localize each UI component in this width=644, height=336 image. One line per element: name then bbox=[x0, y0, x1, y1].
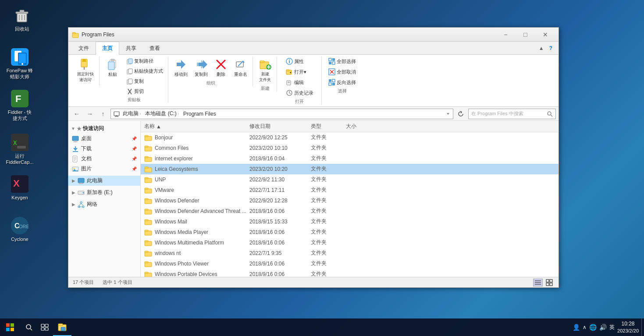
file-list[interactable]: 名称 ▲ 修改日期 类型 大小 bbox=[141, 121, 559, 277]
file-date: 2018/9/16 0:06 bbox=[249, 271, 311, 277]
copy-btn[interactable]: 复制 bbox=[125, 77, 165, 86]
col-name-header[interactable]: 名称 ▲ bbox=[144, 123, 249, 130]
file-date: 2018/9/15 15:33 bbox=[249, 219, 311, 225]
move-to-btn[interactable]: 移动到 bbox=[172, 57, 190, 79]
file-row[interactable]: Windows Defender Advanced Threat ... 201… bbox=[141, 206, 559, 216]
taskbar-task-view[interactable] bbox=[36, 318, 53, 336]
search-box[interactable]: 在 Program Files 中搜索 bbox=[468, 109, 556, 119]
col-size-header[interactable]: 大小 bbox=[346, 123, 381, 130]
desktop-icon-fonepaw[interactable]: FonePaw 蜂蜡影大师 bbox=[4, 48, 35, 80]
file-row[interactable]: Windows Multimedia Platform 2018/9/16 0:… bbox=[141, 237, 559, 248]
sidebar-item-documents[interactable]: 文档 📌 bbox=[68, 154, 140, 164]
col-date-header[interactable]: 修改日期 bbox=[249, 123, 311, 130]
close-button[interactable]: ✕ bbox=[535, 28, 555, 42]
desktop-icon-fiddler[interactable]: F Fiddler - 快捷方式 bbox=[4, 90, 35, 122]
file-row[interactable]: VMware 2022/7/1 17:11 文件夹 bbox=[141, 185, 559, 195]
taskbar-explorer-button[interactable] bbox=[53, 318, 71, 336]
new-folder-btn[interactable]: 新建文件夹 bbox=[256, 57, 274, 85]
large-icons-view-btn[interactable] bbox=[544, 279, 554, 286]
main-content: ▼ ★ 快速访问 桌面 📌 bbox=[68, 121, 559, 277]
fiddler-label: Fiddler - 快捷方式 bbox=[8, 109, 32, 122]
open-btn[interactable]: ▾ 打开▾ bbox=[284, 67, 309, 77]
breadcrumb-drive[interactable]: 本地磁盘 (C:) › bbox=[144, 110, 180, 118]
start-button[interactable] bbox=[0, 318, 20, 336]
file-row[interactable]: internet explorer 2018/9/16 0:04 文件夹 bbox=[141, 153, 559, 164]
sidebar-item-network[interactable]: ▶ 网络 bbox=[68, 199, 140, 209]
file-row[interactable]: Windows Photo Viewer 2018/9/16 0:06 文件夹 bbox=[141, 258, 559, 269]
rename-btn-label: 重命名 bbox=[234, 71, 247, 78]
file-row[interactable]: Common Files 2023/2/20 10:10 文件夹 bbox=[141, 143, 559, 153]
deselect-all-btn[interactable]: 全部取消 bbox=[326, 67, 358, 77]
clock-time: 10:28 bbox=[617, 320, 639, 328]
desktop-icon-keygen[interactable]: X Keygen bbox=[4, 175, 35, 201]
history-btn[interactable]: 历史记录 bbox=[284, 88, 316, 98]
ribbon-collapse-btn[interactable]: ▲ bbox=[536, 42, 547, 54]
address-bar[interactable]: 此电脑 › 本地磁盘 (C:) › Program Files bbox=[110, 109, 453, 119]
invert-selection-btn[interactable]: 反向选择 bbox=[326, 78, 358, 87]
taskbar-network-icon[interactable]: 🌐 bbox=[589, 324, 597, 331]
breadcrumb-folder[interactable]: Program Files bbox=[182, 110, 217, 117]
properties-btn[interactable]: 属性 bbox=[284, 57, 306, 66]
file-row[interactable]: UNP 2022/9/2 11:30 文件夹 bbox=[141, 174, 559, 185]
file-date: 2018/9/16 0:04 bbox=[249, 156, 311, 162]
copy-to-btn[interactable]: 复制到 bbox=[192, 57, 210, 79]
forward-button[interactable]: → bbox=[84, 108, 96, 120]
file-row[interactable]: Leica Geosystems 2023/2/20 10:20 文件夹 bbox=[141, 164, 559, 174]
ribbon-help-btn[interactable]: ? bbox=[547, 42, 555, 54]
delete-btn[interactable]: 删除 bbox=[212, 57, 230, 79]
sidebar-item-pictures[interactable]: 图片 📌 bbox=[68, 164, 140, 174]
breadcrumb-pc[interactable]: 此电脑 › bbox=[121, 110, 142, 118]
refresh-button[interactable] bbox=[455, 108, 466, 120]
taskbar-people-icon[interactable]: 👤 bbox=[573, 324, 580, 331]
taskbar-lang-label[interactable]: 英 bbox=[609, 324, 615, 331]
paste-btn[interactable]: 粘贴 bbox=[103, 57, 123, 79]
rename-btn[interactable]: 重命名 bbox=[231, 57, 250, 79]
select-all-btn[interactable]: 全部选择 bbox=[326, 57, 358, 66]
cut-btn[interactable]: 剪切 bbox=[125, 87, 165, 96]
file-type: 文件夹 bbox=[311, 228, 346, 236]
tab-view[interactable]: 查看 bbox=[143, 42, 167, 55]
file-row[interactable]: Windows Portable Devices 2018/9/16 0:06 … bbox=[141, 269, 559, 277]
file-row[interactable]: Windows Media Player 2018/9/16 0:06 文件夹 bbox=[141, 227, 559, 237]
edit-btn[interactable]: 编辑 bbox=[284, 78, 306, 87]
file-row[interactable]: Windows Mail 2018/9/15 15:33 文件夹 bbox=[141, 216, 559, 227]
svg-rect-115 bbox=[145, 189, 152, 193]
pin-to-quick-access-btn[interactable]: 固定到'快速访问' bbox=[75, 57, 96, 85]
svg-rect-73 bbox=[114, 112, 119, 116]
col-type-header[interactable]: 类型 bbox=[311, 123, 346, 130]
file-name-cell: Windows Defender bbox=[144, 197, 249, 204]
desktop-icon-recycle[interactable]: 回收站 bbox=[7, 7, 37, 32]
desktop-icon-run[interactable]: X 运行FiddlerCap... bbox=[4, 134, 35, 166]
back-button[interactable]: ← bbox=[71, 108, 82, 120]
file-row[interactable]: windows nt 2022/7/1 9:35 文件夹 bbox=[141, 248, 559, 258]
svg-point-98 bbox=[83, 192, 84, 193]
up-button[interactable]: ↑ bbox=[97, 108, 109, 120]
tab-share[interactable]: 共享 bbox=[119, 42, 143, 55]
delete-btn-label: 删除 bbox=[217, 71, 225, 78]
file-row[interactable]: Windows Defender 2022/9/20 12:28 文件夹 bbox=[141, 195, 559, 206]
svg-rect-110 bbox=[145, 156, 148, 158]
minimize-button[interactable]: − bbox=[496, 28, 516, 42]
paste-shortcut-btn[interactable]: 粘贴快捷方式 bbox=[125, 67, 165, 76]
sidebar-item-this-pc[interactable]: ▶ 此电脑 bbox=[68, 176, 140, 186]
sidebar-item-desktop[interactable]: 桌面 📌 bbox=[68, 134, 140, 144]
file-row[interactable]: Bonjour 2022/9/20 12:25 文件夹 bbox=[141, 132, 559, 143]
taskbar-volume-icon[interactable]: 🔊 bbox=[599, 324, 607, 331]
tab-home[interactable]: 主页 bbox=[96, 42, 119, 55]
folder-icon bbox=[144, 197, 152, 204]
sidebar-header-quick-access[interactable]: ▼ ★ 快速访问 bbox=[68, 124, 140, 134]
taskbar-search-button[interactable] bbox=[21, 318, 36, 336]
sidebar-item-downloads[interactable]: 下载 📌 bbox=[68, 144, 140, 154]
sidebar-item-drive-e[interactable]: ▶ 新加卷 (E:) bbox=[68, 187, 140, 198]
address-dropdown-icon[interactable] bbox=[446, 111, 450, 117]
taskbar-clock[interactable]: 10:28 2023/2/20 bbox=[617, 320, 639, 334]
tab-file[interactable]: 文件 bbox=[72, 42, 96, 55]
taskbar-chevron-icon[interactable]: ∧ bbox=[583, 324, 587, 330]
details-view-btn[interactable] bbox=[533, 279, 543, 286]
folder-icon bbox=[144, 208, 152, 215]
file-name: internet explorer bbox=[155, 156, 193, 162]
taskbar-show-desktop[interactable] bbox=[641, 318, 644, 336]
desktop-icon-cyclone[interactable]: C ORE Cyclone bbox=[4, 217, 35, 242]
maximize-button[interactable]: □ bbox=[516, 28, 535, 42]
copy-path-btn[interactable]: 复制路径 bbox=[125, 57, 165, 66]
